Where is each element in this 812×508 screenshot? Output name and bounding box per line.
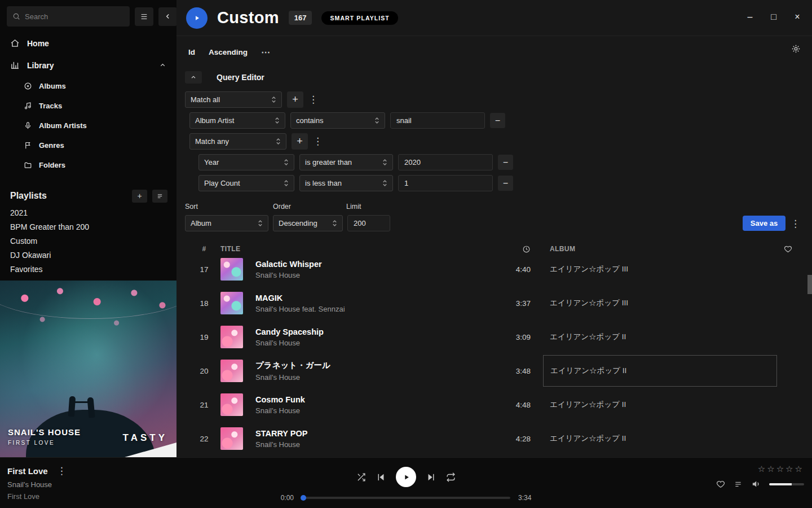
updown-chevron-icon	[374, 117, 379, 124]
rule-value-input[interactable]	[398, 175, 493, 191]
minimize-button[interactable]: –	[741, 9, 759, 25]
save-as-button[interactable]: Save as	[743, 216, 785, 231]
rule-operator-select[interactable]: is greater than	[299, 154, 393, 170]
track-info: Cosmo Funk Snail's House	[255, 395, 491, 415]
track-album-focused[interactable]: エイリアン☆ポップ II	[543, 355, 777, 387]
track-album: エイリアン☆ポップ II	[550, 332, 775, 342]
sidebar-item-label: Home	[27, 39, 49, 48]
seek-thumb[interactable]	[301, 495, 306, 501]
nav-back-button[interactable]	[158, 7, 177, 26]
star-icon[interactable]: ☆	[795, 464, 804, 474]
add-group-rule-button[interactable]: +	[292, 133, 308, 150]
remove-rule-button[interactable]: −	[498, 155, 513, 170]
queue-button[interactable]	[734, 480, 743, 488]
table-row[interactable]: 19 Candy Spaceship Snail's House 3:09 エイ…	[176, 320, 812, 354]
search-box[interactable]	[7, 6, 130, 27]
shuffle-icon	[356, 472, 366, 482]
playback-controls	[356, 467, 456, 487]
playlist-item[interactable]: 2021	[0, 205, 176, 220]
maximize-button[interactable]: □	[765, 9, 783, 25]
sidebar-item-tracks[interactable]: Tracks	[0, 96, 176, 116]
order-select[interactable]: Descending	[273, 215, 343, 231]
favorite-button[interactable]	[716, 480, 725, 489]
rule-value-input[interactable]	[398, 154, 493, 170]
manage-playlists-button[interactable]	[152, 190, 167, 203]
remove-rule-button[interactable]: −	[490, 113, 505, 128]
album-art-thumbnail	[220, 292, 243, 314]
close-button[interactable]: ×	[788, 9, 806, 25]
column-favorite[interactable]	[775, 245, 801, 253]
previous-button[interactable]	[376, 472, 386, 482]
playlist-item[interactable]: Favorites	[0, 262, 176, 276]
track-options-button[interactable]: ⋮	[57, 465, 66, 477]
rule-field-select[interactable]: Play Count	[198, 175, 294, 191]
rule-menu-button[interactable]: ⋮	[308, 94, 317, 106]
sidebar-item-home[interactable]: Home	[0, 32, 176, 54]
sidebar-item-library[interactable]: Library	[0, 54, 176, 76]
collapse-query-editor-button[interactable]	[185, 71, 202, 84]
table-row[interactable]: 21 Cosmo Funk Snail's House 4:48 エイリアン☆ポ…	[176, 388, 812, 422]
group-menu-button[interactable]: ⋮	[313, 135, 322, 147]
group-match-select[interactable]: Match any	[189, 133, 286, 150]
track-album: エイリアン☆ポップ II	[550, 433, 775, 444]
rule-operator-select[interactable]: contains	[290, 112, 385, 129]
sidebar-item-album-artists[interactable]: Album Artists	[0, 116, 176, 135]
rule-value-input[interactable]	[390, 112, 485, 129]
next-button[interactable]	[426, 472, 436, 482]
sort-field-button[interactable]: Id	[188, 48, 195, 56]
menu-button[interactable]	[135, 7, 153, 26]
playlist-item[interactable]: Custom	[0, 234, 176, 248]
add-playlist-button[interactable]: +	[132, 190, 147, 203]
seek-bar[interactable]	[302, 497, 510, 499]
rule-operator-select[interactable]: is less than	[299, 175, 393, 191]
save-menu-button[interactable]: ⋮	[791, 218, 800, 230]
column-number[interactable]: #	[192, 245, 216, 253]
chevron-up-icon[interactable]	[159, 62, 166, 69]
match-select[interactable]: Match all	[185, 91, 282, 108]
sort-select[interactable]: Album	[185, 215, 268, 231]
settings-gear-button[interactable]	[791, 44, 801, 54]
column-album[interactable]: ALBUM	[550, 245, 775, 253]
sidebar-item-folders[interactable]: Folders	[0, 155, 176, 175]
artwork-artist: SNAIL'S HOUSE	[8, 427, 81, 437]
remove-rule-button[interactable]: −	[498, 176, 513, 191]
now-playing-track: First Love	[7, 466, 48, 476]
updown-chevron-icon	[332, 220, 337, 227]
volume-slider[interactable]	[769, 483, 804, 485]
clock-icon	[522, 245, 531, 253]
table-row[interactable]: 18 MAGIK Snail's House feat. Sennzai 3:3…	[176, 286, 812, 320]
table-row[interactable]: 17 Galactic Whisper Snail's House 4:40 エ…	[176, 257, 812, 286]
limit-input[interactable]	[347, 215, 390, 231]
repeat-button[interactable]	[446, 472, 456, 482]
table-row[interactable]: 22 STARRY POP Snail's House 4:28 エイリアン☆ポ…	[176, 422, 812, 456]
track-info: プラネット・ガール Snail's House	[255, 360, 491, 382]
play-pause-button[interactable]	[396, 467, 416, 487]
star-icon[interactable]: ☆	[776, 464, 785, 474]
table-row[interactable]: 20 プラネット・ガール Snail's House 3:48 エイリアン☆ポッ…	[176, 354, 812, 388]
add-rule-button[interactable]: +	[287, 91, 303, 108]
order-label: Order	[273, 203, 346, 211]
sort-direction-button[interactable]: Ascending	[209, 48, 248, 56]
sidebar-item-albums[interactable]: Albums	[0, 76, 176, 96]
star-icon[interactable]: ☆	[767, 464, 776, 474]
sidebar-item-label: Genres	[39, 141, 64, 150]
playlist-item[interactable]: DJ Okawari	[0, 248, 176, 262]
scrollbar-thumb[interactable]	[807, 275, 812, 294]
rating-stars[interactable]: ☆☆☆☆☆	[758, 464, 804, 474]
more-options-button[interactable]: ⋯	[261, 47, 271, 58]
star-icon[interactable]: ☆	[785, 464, 795, 474]
search-input[interactable]	[25, 12, 124, 21]
rule-field-select[interactable]: Year	[198, 154, 294, 170]
plus-icon: +	[297, 135, 303, 147]
track-artist: Snail's House	[255, 339, 491, 347]
column-title[interactable]: TITLE	[220, 245, 491, 253]
playlist-item[interactable]: BPM Greater than 200	[0, 220, 176, 234]
volume-button[interactable]	[751, 479, 761, 489]
column-duration[interactable]	[491, 245, 531, 253]
sidebar-item-genres[interactable]: Genres	[0, 135, 176, 155]
play-playlist-button[interactable]	[186, 7, 208, 29]
track-number: 21	[192, 401, 216, 409]
star-icon[interactable]: ☆	[758, 464, 767, 474]
shuffle-button[interactable]	[356, 472, 366, 482]
rule-field-select[interactable]: Album Artist	[189, 112, 285, 129]
